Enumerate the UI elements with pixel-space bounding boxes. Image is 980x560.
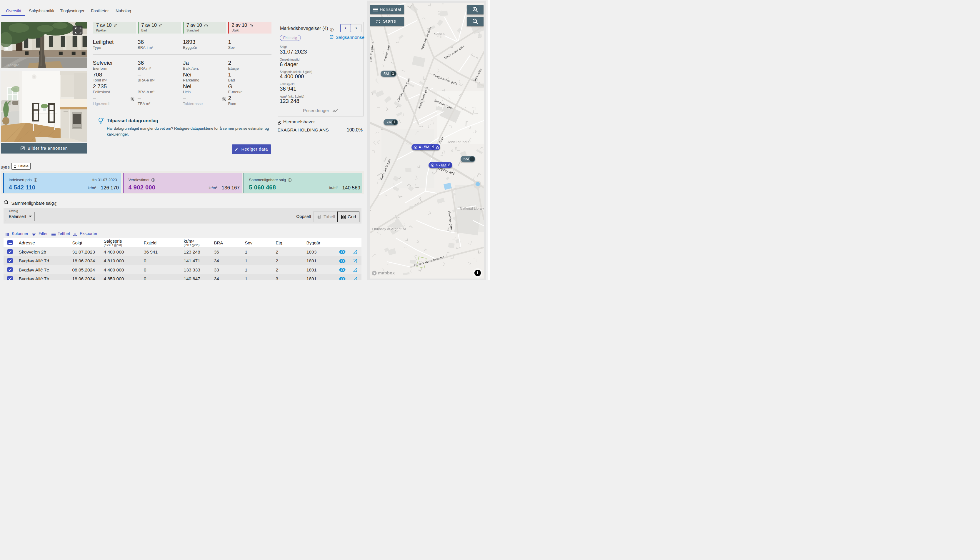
svg-text:Jewel of India: Jewel of India — [448, 140, 470, 144]
svg-text:Sawan: Sawan — [434, 32, 445, 36]
svg-text:Embassy of Argentina: Embassy of Argentina — [372, 227, 406, 231]
svg-text:Google: Google — [7, 63, 19, 67]
svg-text:National Library: National Library — [460, 207, 484, 210]
